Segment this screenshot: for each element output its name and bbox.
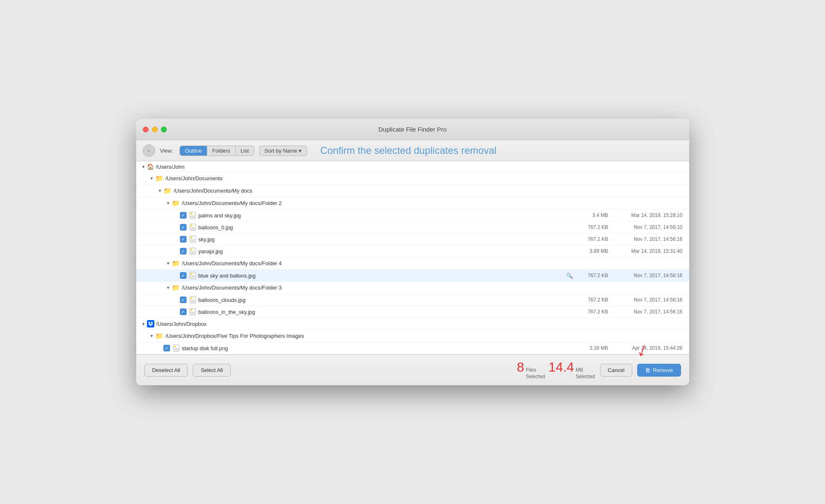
file-checkbox-balloonsinthesky[interactable] — [180, 309, 187, 315]
maximize-button[interactable] — [161, 127, 167, 132]
select-all-button[interactable]: Select All — [193, 364, 230, 377]
file-label: sky.jpg — [199, 236, 575, 243]
file-row-bluesky: blue sky and ballons.jpg 🔍 767.2 KB Nov … — [136, 270, 689, 282]
svg-point-8 — [191, 237, 192, 238]
expand-icon[interactable]: ▼ — [140, 165, 147, 169]
folder-icon: 📁 — [172, 199, 180, 207]
file-date: Mar 14, 2019, 15:31:40 — [617, 248, 683, 254]
tree-node-dropbox: ▼ /Users/John/Dropbox — [136, 318, 689, 330]
file-row-yanapi: yanapi.jpg 3.89 MB Mar 14, 2019, 15:31:4… — [136, 245, 689, 257]
image-icon — [189, 247, 196, 255]
view-label: View: — [160, 148, 173, 154]
svg-rect-4 — [191, 227, 195, 230]
expand-icon[interactable]: ▼ — [149, 176, 155, 181]
image-icon — [189, 236, 196, 243]
svg-point-20 — [191, 309, 192, 311]
image-icon — [189, 296, 196, 304]
tree-node-documents: ▼ 📁 /Users/John/Documents — [136, 172, 689, 185]
files-label: Files Selected — [526, 367, 545, 380]
folder-icon: 📁 — [172, 259, 180, 267]
close-button[interactable] — [143, 127, 149, 132]
expand-icon[interactable]: ▼ — [165, 261, 172, 266]
svg-rect-7 — [191, 239, 195, 242]
remove-button[interactable]: 🗑 Remove — [637, 364, 681, 377]
svg-point-5 — [191, 225, 192, 226]
stats-area: 8 Files Selected 14.4 MB Selected — [517, 360, 595, 380]
file-row-balloonsinthesky: balloons_in_the_sky.jpg 767.2 KB Nov 7, … — [136, 306, 689, 318]
toolbar: ‹ View: Outline Folders List Sort by Nam… — [136, 140, 689, 161]
titlebar: Duplicate File Finder Pro — [136, 119, 689, 140]
file-label: blue sky and ballons.jpg — [199, 273, 566, 279]
expand-icon[interactable]: ▼ — [165, 285, 172, 290]
svg-rect-13 — [191, 276, 195, 278]
folder-label: /Users/John/Documents/My docs — [174, 188, 689, 194]
deselect-all-button[interactable]: Deselect All — [144, 364, 188, 377]
file-size: 3.89 MB — [575, 248, 608, 254]
svg-rect-1 — [191, 215, 195, 218]
file-checkbox-palms[interactable] — [180, 212, 187, 219]
file-size: 3.4 MB — [575, 212, 608, 218]
folder-label: /Users/John/Documents — [165, 175, 689, 181]
mb-stat: 14.4 MB Selected — [548, 360, 595, 380]
folder-icon: 📁 — [163, 187, 172, 195]
file-label: balloons_clouds.jpg — [199, 297, 575, 303]
expand-icon[interactable]: ▼ — [140, 322, 147, 326]
file-label: yanapi.jpg — [199, 248, 575, 254]
svg-point-14 — [191, 273, 192, 275]
image-icon — [189, 308, 196, 316]
app-title: Duplicate File Finder Pro — [378, 126, 447, 133]
svg-rect-22 — [174, 348, 178, 351]
sort-button[interactable]: Sort by Name ▾ — [259, 146, 307, 156]
back-button[interactable]: ‹ — [143, 144, 155, 157]
file-checkbox-startup[interactable] — [163, 345, 170, 351]
folder-label: /Users/John/Documents/My docs/Folder 4 — [182, 260, 689, 266]
tree-node-fivetips: ▼ 📁 /Users/John/Dropbox/Five Tips For Ph… — [136, 330, 689, 342]
file-date: Apr 24, 2019, 15:44:26 — [617, 345, 683, 351]
svg-point-17 — [191, 297, 192, 299]
file-date: Nov 7, 2017, 14:56:10 — [617, 224, 683, 230]
file-date: Nov 7, 2017, 14:56:16 — [617, 297, 683, 303]
expand-icon[interactable]: ▼ — [165, 201, 172, 205]
folder-icon: 📁 — [155, 332, 163, 340]
file-tree: ▼ 🏠 /Users/John ▼ 📁 /Users/John/Document… — [136, 161, 689, 354]
view-buttons: Outline Folders List — [180, 146, 254, 156]
view-list-button[interactable]: List — [235, 146, 254, 155]
file-checkbox-sky[interactable] — [180, 236, 187, 243]
traffic-lights — [143, 127, 167, 132]
folder-label: /Users/John/Documents/My docs/Folder 3 — [182, 285, 689, 291]
file-row-palms: palms and sky.jpg 3.4 MB Mar 14, 2019, 1… — [136, 210, 689, 221]
folder-label: /Users/John/Documents/My docs/Folder 2 — [182, 200, 689, 206]
image-icon — [189, 212, 196, 219]
svg-point-2 — [191, 213, 192, 214]
svg-point-23 — [174, 346, 176, 347]
file-size: 767.2 KB — [575, 236, 608, 242]
svg-rect-16 — [191, 300, 195, 302]
file-checkbox-yanapi[interactable] — [180, 248, 187, 254]
remove-label: Remove — [653, 367, 673, 373]
file-label: balloons_0.jpg — [199, 224, 575, 231]
file-size: 767.2 KB — [575, 224, 608, 230]
view-outline-button[interactable]: Outline — [180, 146, 207, 155]
main-window: Duplicate File Finder Pro ‹ View: Outlin… — [136, 119, 689, 385]
file-row-sky: sky.jpg 767.2 KB Nov 7, 2017, 14:56:16 — [136, 233, 689, 245]
cancel-button[interactable]: Cancel — [600, 364, 632, 377]
svg-rect-10 — [191, 251, 195, 254]
file-checkbox-balloons0[interactable] — [180, 224, 187, 231]
view-folders-button[interactable]: Folders — [207, 146, 235, 155]
file-size: 767.2 KB — [575, 273, 608, 278]
folder-icon: 📁 — [155, 174, 163, 182]
page-title: Confirm the selected duplicates removal — [320, 145, 496, 156]
file-size: 3.28 MB — [575, 345, 608, 351]
file-checkbox-bluesky[interactable] — [180, 272, 187, 279]
file-date: Nov 7, 2017, 14:56:16 — [617, 309, 683, 315]
file-checkbox-balloonsclouds[interactable] — [180, 297, 187, 303]
image-icon — [189, 272, 196, 279]
expand-icon[interactable]: ▼ — [149, 334, 155, 338]
folder-label: /Users/John/Dropbox/Five Tips For Photog… — [165, 333, 689, 339]
file-date: Nov 7, 2017, 14:56:16 — [617, 236, 683, 242]
files-count: 8 — [517, 360, 524, 375]
image-icon — [173, 344, 180, 352]
minimize-button[interactable] — [152, 127, 158, 132]
expand-icon[interactable]: ▼ — [157, 188, 163, 193]
trash-icon: 🗑 — [645, 367, 650, 373]
